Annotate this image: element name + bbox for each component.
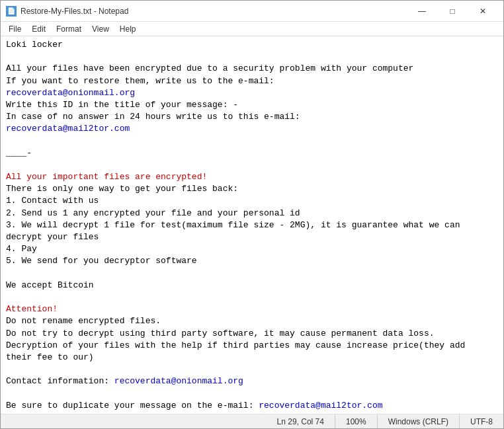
app-icon: 📄	[6, 6, 17, 17]
window-title: Restore-My-Files.txt - Notepad	[21, 7, 407, 16]
line-endings: Windows (CRLF)	[378, 414, 460, 428]
main-text: All your files have been encrypted due t…	[6, 63, 465, 410]
menu-file[interactable]: File	[3, 23, 26, 35]
status-bar: Ln 29, Col 74 100% Windows (CRLF) UTF-8	[1, 414, 503, 428]
window-controls: — □ ✕	[407, 1, 498, 22]
loki-header: Loki locker	[6, 40, 63, 50]
menu-edit[interactable]: Edit	[26, 23, 51, 35]
notepad-window: 📄 Restore-My-Files.txt - Notepad — □ ✕ F…	[0, 0, 504, 429]
menu-format[interactable]: Format	[51, 23, 87, 35]
zoom-level: 100%	[335, 414, 378, 428]
cursor-position: Ln 29, Col 74	[267, 414, 335, 428]
menu-help[interactable]: Help	[114, 23, 142, 35]
close-button[interactable]: ✕	[468, 1, 498, 22]
maximize-button[interactable]: □	[437, 1, 468, 22]
encoding: UTF-8	[460, 414, 503, 428]
text-content[interactable]: Loki locker All your files have been enc…	[1, 36, 503, 414]
menu-view[interactable]: View	[87, 23, 114, 35]
menu-bar: File Edit Format View Help	[1, 22, 503, 36]
title-bar: 📄 Restore-My-Files.txt - Notepad — □ ✕	[1, 1, 503, 22]
minimize-button[interactable]: —	[407, 1, 437, 22]
